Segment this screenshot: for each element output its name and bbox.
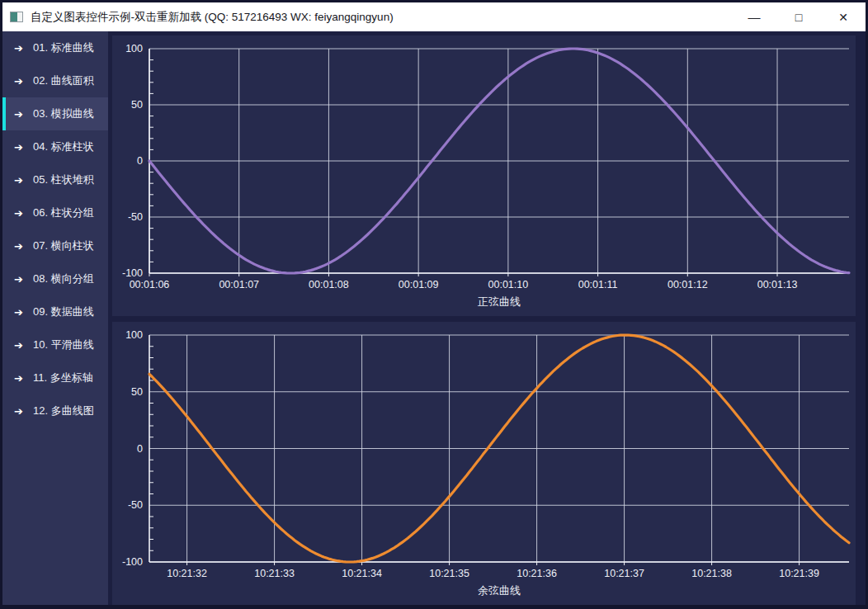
sidebar-item-08[interactable]: ➔08. 横向分组 (2, 262, 108, 295)
close-button[interactable]: ✕ (821, 2, 866, 31)
svg-text:00:01:11: 00:01:11 (578, 279, 618, 290)
arrow-right-icon: ➔ (14, 306, 27, 319)
sidebar-item-09[interactable]: ➔09. 数据曲线 (2, 295, 108, 328)
tick-marks (149, 60, 777, 276)
arrow-right-icon: ➔ (14, 405, 27, 418)
arrow-right-icon: ➔ (14, 42, 27, 54)
svg-text:00:01:07: 00:01:07 (219, 279, 259, 290)
svg-text:10:21:38: 10:21:38 (691, 568, 732, 579)
svg-text:00:01:09: 00:01:09 (399, 279, 439, 290)
grid-lines (149, 335, 849, 562)
cosine-chart[interactable]: 100500-50-10010:21:3210:21:3310:21:3410:… (112, 322, 856, 605)
tick-labels: 100500-50-10010:21:3210:21:3310:21:3410:… (122, 329, 819, 579)
sidebar-item-label: 11. 多坐标轴 (33, 371, 93, 385)
grid-lines (149, 49, 849, 273)
svg-text:-50: -50 (128, 211, 143, 223)
tick-labels: 100500-50-10000:01:0600:01:0700:01:0800:… (122, 43, 797, 290)
sidebar-item-label: 01. 标准曲线 (33, 40, 94, 55)
titlebar: 自定义图表控件示例-双击重新加载 (QQ: 517216493 WX: feiy… (2, 2, 866, 31)
svg-text:10:21:32: 10:21:32 (167, 568, 207, 579)
sidebar-item-label: 06. 柱状分组 (33, 205, 94, 220)
sidebar-item-04[interactable]: ➔04. 标准柱状 (2, 130, 108, 163)
svg-text:10:21:37: 10:21:37 (604, 568, 644, 579)
maximize-button[interactable]: □ (776, 2, 821, 31)
sidebar: ➔01. 标准曲线➔02. 曲线面积➔03. 模拟曲线➔04. 标准柱状➔05.… (2, 31, 108, 605)
svg-text:50: 50 (131, 99, 143, 111)
app-icon (10, 12, 23, 22)
svg-text:100: 100 (125, 329, 143, 341)
svg-text:00:01:10: 00:01:10 (488, 279, 529, 290)
arrow-right-icon: ➔ (14, 339, 27, 352)
app-window: 自定义图表控件示例-双击重新加载 (QQ: 517216493 WX: feiy… (0, 0, 868, 609)
axis-title: 正弦曲线 (478, 295, 521, 308)
tick-marks (149, 347, 800, 565)
sidebar-item-07[interactable]: ➔07. 横向柱状 (2, 229, 108, 262)
sidebar-item-label: 02. 曲线面积 (33, 73, 94, 88)
minimize-button[interactable]: — (732, 2, 776, 35)
sidebar-item-label: 12. 多曲线图 (33, 404, 94, 418)
sine-chart[interactable]: 100500-50-10000:01:0600:01:0700:01:0800:… (112, 35, 856, 316)
svg-text:00:01:12: 00:01:12 (668, 279, 708, 290)
content-area: 100500-50-10000:01:0600:01:0700:01:0800:… (108, 31, 866, 605)
sidebar-item-label: 10. 平滑曲线 (33, 338, 94, 352)
window-title: 自定义图表控件示例-双击重新加载 (QQ: 517216493 WX: feiy… (31, 10, 394, 25)
arrow-right-icon: ➔ (14, 141, 27, 153)
svg-text:10:21:34: 10:21:34 (342, 568, 382, 579)
arrow-right-icon: ➔ (14, 174, 27, 186)
svg-text:00:01:08: 00:01:08 (309, 279, 349, 290)
svg-text:00:01:06: 00:01:06 (130, 279, 170, 290)
arrow-right-icon: ➔ (14, 240, 27, 253)
svg-text:50: 50 (131, 386, 143, 398)
svg-text:-50: -50 (128, 499, 143, 511)
axis-title: 余弦曲线 (478, 584, 521, 597)
sidebar-item-label: 08. 横向分组 (33, 271, 94, 286)
arrow-right-icon: ➔ (14, 273, 27, 286)
sidebar-item-12[interactable]: ➔12. 多曲线图 (2, 394, 108, 427)
sidebar-item-06[interactable]: ➔06. 柱状分组 (2, 196, 108, 229)
svg-text:10:21:39: 10:21:39 (779, 568, 819, 579)
svg-text:10:21:36: 10:21:36 (517, 568, 557, 579)
sidebar-item-label: 07. 横向柱状 (33, 238, 94, 253)
sidebar-item-03[interactable]: ➔03. 模拟曲线 (2, 97, 108, 130)
arrow-right-icon: ➔ (14, 108, 27, 120)
svg-text:-100: -100 (122, 267, 143, 279)
svg-text:100: 100 (125, 43, 143, 54)
sidebar-item-label: 09. 数据曲线 (33, 304, 94, 319)
sidebar-item-10[interactable]: ➔10. 平滑曲线 (2, 328, 108, 361)
arrow-right-icon: ➔ (14, 372, 27, 385)
svg-text:-100: -100 (122, 556, 143, 568)
sidebar-item-label: 03. 模拟曲线 (33, 106, 94, 121)
svg-text:0: 0 (137, 443, 143, 455)
svg-text:10:21:35: 10:21:35 (429, 568, 469, 579)
svg-text:00:01:13: 00:01:13 (757, 279, 798, 290)
svg-text:10:21:33: 10:21:33 (254, 568, 295, 579)
sidebar-item-05[interactable]: ➔05. 柱状堆积 (2, 163, 108, 196)
sidebar-item-02[interactable]: ➔02. 曲线面积 (2, 64, 108, 97)
sidebar-item-11[interactable]: ➔11. 多坐标轴 (2, 361, 108, 394)
sidebar-item-label: 04. 标准柱状 (33, 139, 94, 154)
arrow-right-icon: ➔ (14, 75, 27, 87)
window-controls: — □ ✕ (732, 2, 866, 31)
arrow-right-icon: ➔ (14, 207, 27, 220)
sidebar-item-01[interactable]: ➔01. 标准曲线 (2, 31, 108, 64)
sidebar-item-label: 05. 柱状堆积 (33, 172, 94, 187)
cosine-chart-panel[interactable]: 100500-50-10010:21:3210:21:3310:21:3410:… (112, 322, 856, 605)
svg-text:0: 0 (137, 155, 143, 167)
app-body: ➔01. 标准曲线➔02. 曲线面积➔03. 模拟曲线➔04. 标准柱状➔05.… (2, 31, 866, 605)
sine-chart-panel[interactable]: 100500-50-10000:01:0600:01:0700:01:0800:… (112, 35, 856, 316)
